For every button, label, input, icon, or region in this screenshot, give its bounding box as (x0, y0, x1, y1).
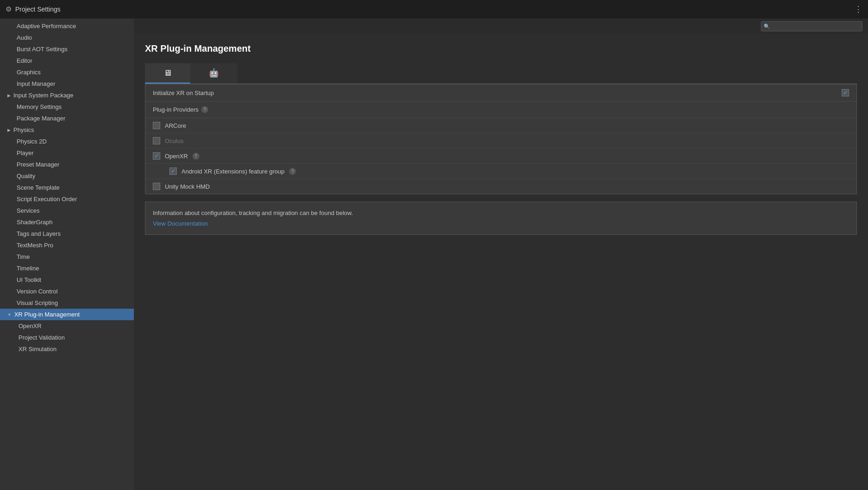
tab-android[interactable]: 🤖 (190, 63, 237, 84)
check-mark-icon: ✓ (843, 90, 848, 96)
sidebar-item-adaptive-performance[interactable]: Adaptive Performance (0, 20, 134, 32)
provider-checkbox-unity-mock-hmd[interactable] (153, 183, 160, 190)
sidebar-item-audio[interactable]: Audio (0, 32, 134, 43)
sidebar-item-label: XR Plug-in Management (14, 311, 80, 318)
gear-icon: ⚙ (6, 5, 12, 13)
provider-label-unity-mock-hmd: Unity Mock HMD (165, 183, 210, 190)
arrow-icon: ▶ (7, 93, 11, 98)
sidebar-item-label: Input System Package (13, 92, 73, 99)
check-mark-icon: ✓ (171, 168, 175, 174)
sidebar-item-memory-settings[interactable]: Memory Settings (0, 101, 134, 113)
info-text: Information about configuration, trackin… (153, 209, 849, 216)
provider-checkbox-android-xr-extensions[interactable]: ✓ (169, 167, 177, 175)
sidebar-item-script-execution-order[interactable]: Script Execution Order (0, 193, 134, 205)
main-content: XR Plug-in Management 🖥🤖 Initialize XR o… (134, 34, 868, 490)
sidebar-item-physics-2d[interactable]: Physics 2D (0, 136, 134, 147)
title-bar: ⚙ Project Settings ⋮ (0, 0, 868, 18)
arrow-icon: ▶ (7, 128, 11, 132)
sidebar-item-tags-and-layers[interactable]: Tags and Layers (0, 228, 134, 239)
sidebar-item-label: XR Simulation (18, 346, 56, 353)
provider-item-arcore: ARCore (145, 118, 856, 133)
sidebar-item-xr-plug-in-management[interactable]: ▼XR Plug-in Management (0, 309, 134, 320)
sidebar-item-label: Input Manager (17, 80, 55, 87)
arrow-icon: ▼ (7, 312, 12, 317)
initialize-xr-checkbox[interactable]: ✓ (842, 89, 849, 96)
sidebar-item-label: Time (17, 253, 30, 260)
sidebar-item-quality[interactable]: Quality (0, 170, 134, 182)
sidebar-item-label: Adaptive Performance (17, 23, 76, 30)
sidebar-item-label: Services (17, 207, 40, 214)
sidebar: Adaptive PerformanceAudioBurst AOT Setti… (0, 18, 134, 490)
sidebar-item-label: Editor (17, 57, 32, 64)
view-documentation-link[interactable]: View Documentation (153, 220, 208, 227)
sidebar-item-textmesh-pro[interactable]: TextMesh Pro (0, 239, 134, 251)
help-icon-openxr[interactable]: ? (193, 153, 199, 160)
provider-checkbox-oculus[interactable] (153, 137, 160, 144)
sidebar-item-shadergraph[interactable]: ShaderGraph (0, 216, 134, 228)
sidebar-item-ui-toolkit[interactable]: UI Toolkit (0, 274, 134, 286)
help-icon-android-xr-extensions[interactable]: ? (289, 168, 296, 175)
sidebar-item-label: Package Manager (17, 115, 66, 122)
provider-checkbox-arcore[interactable] (153, 122, 160, 129)
sidebar-item-graphics[interactable]: Graphics (0, 66, 134, 78)
sidebar-item-visual-scripting[interactable]: Visual Scripting (0, 297, 134, 309)
initialize-xr-label: Initialize XR on Startup (153, 90, 836, 96)
sidebar-item-package-manager[interactable]: Package Manager (0, 113, 134, 124)
sidebar-item-label: Audio (17, 34, 32, 41)
title-bar-title: Project Settings (15, 6, 60, 13)
sidebar-item-openxr[interactable]: OpenXR (0, 320, 134, 332)
provider-label-android-xr-extensions: Android XR (Extensions) feature group (181, 168, 284, 175)
sidebar-item-version-control[interactable]: Version Control (0, 286, 134, 297)
provider-label-openxr: OpenXR (165, 153, 188, 160)
providers-header: Plug-in Providers ? (145, 102, 856, 118)
settings-panel: Initialize XR on Startup ✓ Plug-in Provi… (145, 84, 857, 194)
sidebar-item-label: ShaderGraph (17, 219, 53, 226)
sidebar-item-label: TextMesh Pro (17, 242, 53, 249)
sidebar-item-label: Scene Template (17, 184, 60, 191)
providers-help-icon[interactable]: ? (201, 106, 208, 113)
sidebar-item-label: Version Control (17, 288, 58, 295)
check-mark-icon: ✓ (154, 153, 159, 159)
provider-item-unity-mock-hmd: Unity Mock HMD (145, 179, 856, 194)
sidebar-item-preset-manager[interactable]: Preset Manager (0, 159, 134, 170)
sidebar-item-label: Project Validation (18, 334, 65, 341)
initialize-xr-row: Initialize XR on Startup ✓ (145, 84, 856, 102)
search-icon: 🔍 (764, 24, 770, 30)
search-input[interactable] (761, 21, 862, 31)
title-bar-left: ⚙ Project Settings (6, 5, 60, 13)
provider-label-arcore: ARCore (165, 122, 186, 129)
sidebar-item-project-validation[interactable]: Project Validation (0, 332, 134, 343)
sidebar-item-services[interactable]: Services (0, 205, 134, 216)
tabs-row: 🖥🤖 (145, 63, 857, 84)
android-icon: 🤖 (209, 68, 219, 78)
sidebar-item-scene-template[interactable]: Scene Template (0, 182, 134, 193)
info-section: Information about configuration, trackin… (145, 202, 857, 235)
providers-header-label: Plug-in Providers (153, 106, 199, 113)
sidebar-item-player[interactable]: Player (0, 147, 134, 159)
content-area: 🔍 XR Plug-in Management 🖥🤖 Initialize XR… (134, 18, 868, 490)
sidebar-item-physics[interactable]: ▶Physics (0, 124, 134, 136)
main-layout: Adaptive PerformanceAudioBurst AOT Setti… (0, 18, 868, 490)
provider-item-openxr: ✓OpenXR? (145, 149, 856, 164)
provider-checkbox-openxr[interactable]: ✓ (153, 152, 160, 160)
provider-label-oculus: Oculus (165, 137, 183, 144)
sidebar-item-label: OpenXR (18, 323, 42, 329)
search-wrapper: 🔍 (761, 21, 862, 31)
sidebar-item-timeline[interactable]: Timeline (0, 263, 134, 274)
tab-pc[interactable]: 🖥 (145, 63, 190, 84)
sidebar-item-input-manager[interactable]: Input Manager (0, 78, 134, 90)
sidebar-item-editor[interactable]: Editor (0, 55, 134, 66)
sidebar-item-label: Player (17, 149, 34, 156)
menu-dots-icon[interactable]: ⋮ (854, 4, 862, 14)
sidebar-item-label: Script Execution Order (17, 196, 77, 203)
sidebar-item-time[interactable]: Time (0, 251, 134, 263)
sidebar-item-burst-aot-settings[interactable]: Burst AOT Settings (0, 43, 134, 55)
sidebar-item-label: Timeline (17, 265, 39, 272)
sidebar-item-label: Tags and Layers (17, 230, 60, 237)
sidebar-item-xr-simulation[interactable]: XR Simulation (0, 343, 134, 355)
sidebar-item-label: Graphics (17, 69, 41, 76)
sidebar-item-label: Physics 2D (17, 138, 47, 145)
sidebar-item-label: Memory Settings (17, 103, 62, 110)
sidebar-item-label: Physics (13, 126, 34, 133)
sidebar-item-input-system-package[interactable]: ▶Input System Package (0, 90, 134, 101)
